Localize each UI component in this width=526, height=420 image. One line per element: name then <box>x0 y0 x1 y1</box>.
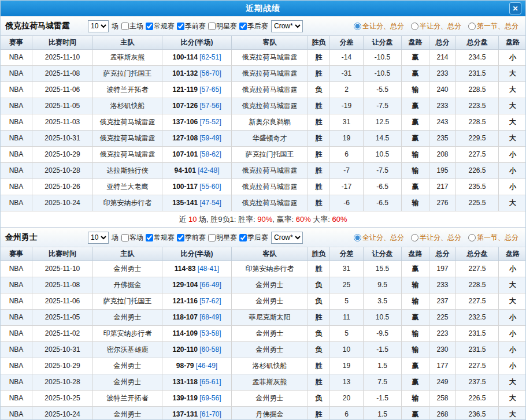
total-line-cell: 227.5 <box>456 358 499 374</box>
column-header: 总分盘 <box>456 36 499 50</box>
diff-cell: -6 <box>330 195 364 211</box>
result-cell: 负 <box>308 293 330 310</box>
filter-checkbox[interactable]: 季前赛 <box>177 21 206 31</box>
radio-input[interactable] <box>468 23 476 30</box>
league-cell: NBA <box>1 82 32 98</box>
line-type-radio[interactable]: 全让分、总分 <box>354 233 404 243</box>
line-type-radio[interactable]: 全让分、总分 <box>354 21 404 31</box>
total-line-cell: 235.5 <box>456 179 499 195</box>
total-cell: 243 <box>429 114 456 131</box>
column-header: 分差 <box>330 247 364 261</box>
line-type-radio[interactable]: 半让分、总分 <box>411 233 461 243</box>
handicap-result-cell: 赢 <box>402 179 429 195</box>
checkbox-input[interactable] <box>208 234 216 241</box>
line-type-radio[interactable]: 半让分、总分 <box>411 21 461 31</box>
handicap-result-cell: 赢 <box>402 358 429 374</box>
total-cell: 233 <box>429 98 456 114</box>
checkbox-input[interactable] <box>239 23 247 30</box>
filter-checkbox[interactable]: 季后赛 <box>239 21 268 31</box>
checkbox-input[interactable] <box>146 234 153 241</box>
over-under-cell: 小 <box>499 342 526 358</box>
fulltime-score: 137-106 <box>172 118 198 126</box>
radio-input[interactable] <box>354 234 361 241</box>
total-line-cell: 223.5 <box>456 98 499 114</box>
date-cell: 2025-10-28 <box>32 163 93 179</box>
bookmaker-select[interactable]: Crow* <box>271 232 303 244</box>
radio-input[interactable] <box>411 23 418 30</box>
handicap-cell: -10.5 <box>364 66 402 82</box>
date-cell: 2025-11-10 <box>32 50 93 66</box>
league-cell: NBA <box>1 391 32 407</box>
halftime-score: [60-58] <box>199 345 221 354</box>
fulltime-score: 107-101 <box>172 150 198 158</box>
radio-input[interactable] <box>468 234 476 241</box>
close-button[interactable]: ✕ <box>509 2 521 14</box>
home-team-cell: 洛杉矶快船 <box>93 98 162 114</box>
league-cell: NBA <box>1 98 32 114</box>
handicap-result-cell: 赢 <box>402 50 429 66</box>
total-line-cell: 226.5 <box>456 163 499 179</box>
filter-checkbox[interactable]: 季后赛 <box>239 233 268 243</box>
filter-checkbox[interactable]: 常规赛 <box>146 233 175 243</box>
filter-checkbox[interactable]: 客场 <box>121 233 143 243</box>
handicap-cell: -10.5 <box>364 50 402 66</box>
filter-checkbox[interactable]: 季前赛 <box>177 233 206 243</box>
total-cell: 225 <box>429 310 456 326</box>
home-team-cell: 金州勇士 <box>93 261 162 277</box>
games-count-select[interactable]: 10 <box>88 232 109 244</box>
over-under-cell: 大 <box>499 114 526 131</box>
total-cell: 223 <box>429 326 456 342</box>
result-cell: 胜 <box>308 163 330 179</box>
bookmaker-select[interactable]: Crow* <box>271 20 303 32</box>
fulltime-score: 139-119 <box>172 394 197 402</box>
games-count-select[interactable]: 10 <box>88 20 109 32</box>
over-under-cell: 小 <box>499 358 526 374</box>
fulltime-score: 94-101 <box>174 166 195 174</box>
over-under-cell: 大 <box>499 195 526 211</box>
column-header: 胜负 <box>308 36 330 50</box>
table-row: NBA 2025-11-08 萨克拉门托国王 101-132 [56-70] 俄… <box>1 66 525 82</box>
home-team-cell: 波特兰开拓者 <box>93 391 162 407</box>
league-cell: NBA <box>1 374 32 391</box>
over-under-cell: 大 <box>499 374 526 391</box>
checkbox-input[interactable] <box>146 23 153 30</box>
filter-checkbox[interactable]: 明星赛 <box>208 233 237 243</box>
checkbox-input[interactable] <box>121 234 129 241</box>
handicap-cell: 14.5 <box>364 131 402 147</box>
checkbox-input[interactable] <box>121 23 129 30</box>
checkbox-input[interactable] <box>177 23 184 30</box>
handicap-result-cell: 输 <box>402 293 429 310</box>
table-header: 赛事 比赛时间 主队 比分(半场) 客队 胜负 分差 让分盘 盘路 总分 总分盘… <box>1 247 525 261</box>
fulltime-score: 114-83 <box>175 265 196 273</box>
line-type-radio[interactable]: 第一节、总分 <box>468 233 518 243</box>
league-cell: NBA <box>1 131 32 147</box>
table-row: NBA 2025-11-08 丹佛掘金 129-104 [66-49] 金州勇士… <box>1 277 525 293</box>
result-cell: 胜 <box>308 407 330 420</box>
filter-checkboxes: 客场常规赛季前赛明星赛季后赛 <box>121 233 268 243</box>
total-line-cell: 227.5 <box>456 147 499 163</box>
radio-input[interactable] <box>411 234 418 241</box>
handicap-result-cell: 赢 <box>402 407 429 420</box>
checkbox-input[interactable] <box>239 234 247 241</box>
diff-cell: -19 <box>330 98 364 114</box>
over-under-cell: 小 <box>499 147 526 163</box>
radio-input[interactable] <box>354 23 361 30</box>
fulltime-score: 129-104 <box>172 281 198 289</box>
score-cell: 139-119 [69-56] <box>162 391 232 407</box>
checkbox-input[interactable] <box>208 23 216 30</box>
filter-checkbox[interactable]: 明星赛 <box>208 21 237 31</box>
filter-checkbox[interactable]: 主场 <box>121 21 143 31</box>
handicap-cell: 1.5 <box>364 358 402 374</box>
column-header: 客队 <box>232 247 308 261</box>
halftime-score: [57-56] <box>200 102 221 110</box>
total-line-cell: 231.5 <box>456 326 499 342</box>
away-team-cell: 印第安纳步行者 <box>232 261 308 277</box>
league-cell: NBA <box>1 277 32 293</box>
result-cell: 负 <box>308 277 330 293</box>
filter-checkbox[interactable]: 常规赛 <box>146 21 175 31</box>
checkbox-input[interactable] <box>177 234 184 241</box>
diff-cell: 31 <box>330 114 364 131</box>
line-type-radio[interactable]: 第一节、总分 <box>468 21 518 31</box>
score-cell: 121-116 [57-62] <box>162 293 232 310</box>
league-cell: NBA <box>1 179 32 195</box>
